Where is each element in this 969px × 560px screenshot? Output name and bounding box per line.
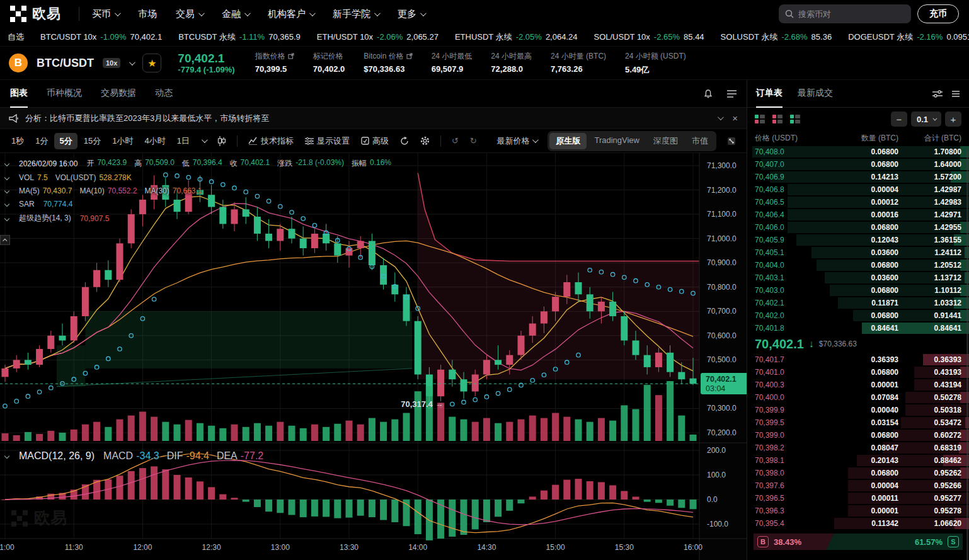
ask-row[interactable]: 70,407.00.068001.64000 xyxy=(747,158,969,171)
tick-size-dropdown[interactable]: 0.1 xyxy=(911,111,941,127)
chart-tab-动态[interactable]: 动态 xyxy=(155,80,173,108)
candle-style-button[interactable] xyxy=(213,134,231,149)
price-mode-dropdown[interactable]: 最新价格 xyxy=(492,133,541,149)
collapse-caret-icon[interactable] xyxy=(4,202,9,207)
ask-row[interactable]: 70,406.80.000041.42987 xyxy=(747,183,969,196)
bid-row[interactable]: 70,396.30.000010.95278 xyxy=(747,505,969,517)
bid-row[interactable]: 70,396.50.000110.95277 xyxy=(747,492,969,505)
tick-increase-button[interactable]: + xyxy=(945,111,961,127)
chart-tab-币种概况[interactable]: 币种概况 xyxy=(47,80,82,108)
tab-orderbook[interactable]: 订单表 xyxy=(756,80,783,108)
timeframe-1日[interactable]: 1日 xyxy=(172,133,195,149)
collapse-caret-icon[interactable] xyxy=(4,454,9,459)
bid-row[interactable]: 70,399.90.000400.50318 xyxy=(747,404,969,416)
search-box[interactable] xyxy=(779,4,911,23)
ask-row[interactable]: 70,404.00.068001.20512 xyxy=(747,259,969,271)
ticker-item[interactable]: SOL/USDT 10x-2.65%85.44 xyxy=(594,31,704,43)
indicators-button[interactable]: 技术指标 xyxy=(244,133,298,149)
favorite-star-button[interactable]: ★ xyxy=(142,54,161,72)
nav-item-市场[interactable]: 市场 xyxy=(138,8,157,20)
announcement-collapse-icon[interactable] xyxy=(718,114,724,120)
nav-item-交易[interactable]: 交易 xyxy=(176,8,203,20)
list-icon[interactable] xyxy=(727,89,737,98)
collapse-caret-icon[interactable] xyxy=(4,161,9,166)
ticker-item[interactable]: DOGEUSDT 永续-2.16%0.09517 xyxy=(848,31,969,43)
ask-row[interactable]: 70,401.80.846410.84641 xyxy=(747,322,969,334)
bid-row[interactable]: 70,399.00.068000.60272 xyxy=(747,429,969,442)
chart-tab-图表[interactable]: 图表 xyxy=(10,80,28,108)
orderbook-last-price[interactable]: 70,402.1 ↓ $70,336.63 xyxy=(747,334,969,353)
ticker-item[interactable]: BTCUSDT 永续-1.11%70,365.9 xyxy=(178,31,301,43)
nav-item-金融[interactable]: 金融 xyxy=(222,8,249,20)
tick-decrease-button[interactable]: − xyxy=(891,111,907,127)
ask-row[interactable]: 70,402.00.068000.91441 xyxy=(747,309,969,322)
nav-item-买币[interactable]: 买币 xyxy=(92,8,119,20)
fullscreen-button[interactable] xyxy=(723,134,740,148)
timeframe-4小时[interactable]: 4小时 xyxy=(139,133,170,149)
view-原生版[interactable]: 原生版 xyxy=(549,133,587,149)
view-市值[interactable]: 市值 xyxy=(685,133,714,149)
timeframe-5分[interactable]: 5分 xyxy=(54,133,77,149)
collapse-caret-icon[interactable] xyxy=(4,215,9,220)
orderbook-scrollbar[interactable] xyxy=(966,149,968,560)
bid-row[interactable]: 70,398.10.201430.88462 xyxy=(747,454,969,467)
tab-recent-trades[interactable]: 最新成交 xyxy=(798,80,833,108)
book-mode-both-icon[interactable] xyxy=(755,115,765,123)
nav-item-新手学院[interactable]: 新手学院 xyxy=(333,8,379,20)
ticker-item[interactable]: ETHUSDT 永续-2.05%2,064.24 xyxy=(455,31,578,43)
bid-row[interactable]: 70,395.40.113421.06620 xyxy=(747,517,969,530)
collapse-caret-icon[interactable] xyxy=(4,175,9,180)
okx-logo[interactable]: 欧易 xyxy=(10,4,61,23)
replay-button[interactable] xyxy=(396,134,413,148)
pair-selector-caret-icon[interactable] xyxy=(129,59,135,66)
bid-row[interactable]: 70,397.60.000040.95266 xyxy=(747,479,969,492)
timeframe-1小时[interactable]: 1小时 xyxy=(107,133,138,149)
ask-row[interactable]: 70,406.40.000161.42971 xyxy=(747,209,969,221)
ask-row[interactable]: 70,406.00.068001.42955 xyxy=(747,221,969,234)
timeframe-more-caret-icon[interactable] xyxy=(197,136,210,146)
drawing-panel-expander[interactable] xyxy=(0,235,10,245)
bid-row[interactable]: 70,401.00.068000.43193 xyxy=(747,366,969,379)
ask-row[interactable]: 70,408.00.068001.70800 xyxy=(747,146,969,158)
view-深度图[interactable]: 深度图 xyxy=(647,133,684,149)
nav-item-更多[interactable]: 更多 xyxy=(398,8,425,20)
ask-row[interactable]: 70,402.10.118711.03312 xyxy=(747,297,969,309)
book-mode-asks-icon[interactable] xyxy=(790,115,800,123)
ticker-item[interactable]: SOLUSDT 永续-2.68%85.36 xyxy=(721,31,832,43)
bid-row[interactable]: 70,401.70.363930.36393 xyxy=(747,353,969,366)
view-TradingView[interactable]: TradingView xyxy=(588,133,646,149)
deposit-button[interactable]: 充币 xyxy=(917,4,959,23)
ticker-item[interactable]: BTC/USDT 10x-1.09%70,402.1 xyxy=(40,31,162,43)
alert-bell-icon[interactable] xyxy=(703,89,713,99)
collapse-caret-icon[interactable] xyxy=(4,188,9,193)
advanced-button[interactable]: 高级 xyxy=(357,133,393,149)
display-settings-button[interactable]: 显示设置 xyxy=(301,133,354,149)
bid-row[interactable]: 70,398.00.068000.95262 xyxy=(747,467,969,479)
ask-row[interactable]: 70,403.10.036001.13712 xyxy=(747,271,969,284)
panel-menu-icon[interactable] xyxy=(951,89,960,98)
bid-row[interactable]: 70,400.30.000010.43194 xyxy=(747,379,969,391)
ask-row[interactable]: 70,406.50.000121.42983 xyxy=(747,196,969,209)
timeframe-1分[interactable]: 1分 xyxy=(30,133,53,149)
ask-row[interactable]: 70,405.90.120431.36155 xyxy=(747,234,969,246)
ticker-item[interactable]: ETH/USDT 10x-2.06%2,065.27 xyxy=(317,31,439,43)
bid-row[interactable]: 70,400.00.070840.50278 xyxy=(747,391,969,404)
bid-row[interactable]: 70,398.20.080470.68319 xyxy=(747,442,969,454)
timeframe-15分[interactable]: 15分 xyxy=(79,133,106,149)
search-input[interactable] xyxy=(798,9,893,19)
ask-row[interactable]: 70,405.10.036001.24112 xyxy=(747,246,969,259)
announcement-text[interactable]: 分析：比特币夏普比率跌至2023年3月以来最低水平，市场转折将至 xyxy=(25,113,269,124)
chart-tab-交易数据[interactable]: 交易数据 xyxy=(101,80,136,108)
timeframe-1秒[interactable]: 1秒 xyxy=(6,133,29,149)
bid-row[interactable]: 70,399.50.031540.53472 xyxy=(747,416,969,429)
chart-settings-button[interactable] xyxy=(416,134,434,148)
sliders-icon[interactable] xyxy=(932,89,943,98)
watchlist-tab[interactable]: 自选 xyxy=(8,31,24,43)
ask-row[interactable]: 70,406.90.142131.57200 xyxy=(747,171,969,183)
redo-button[interactable]: ↻ xyxy=(466,134,481,148)
book-mode-bids-icon[interactable] xyxy=(772,115,783,123)
nav-item-机构客户[interactable]: 机构客户 xyxy=(268,8,314,20)
candlestick-chart[interactable]: 71,300.071,200.071,100.071,000.070,900.0… xyxy=(0,153,747,560)
ask-row[interactable]: 70,403.00.068001.10112 xyxy=(747,284,969,297)
announcement-close-icon[interactable]: × xyxy=(732,113,738,123)
